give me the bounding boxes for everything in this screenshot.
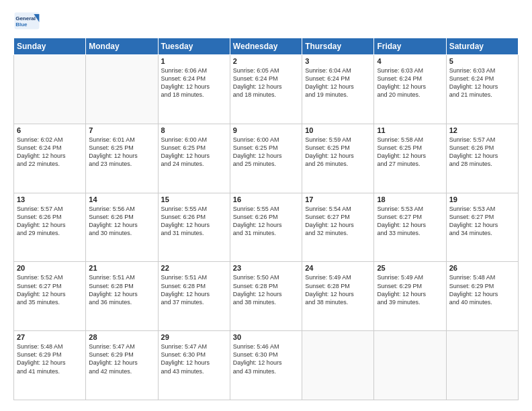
day-number: 25	[377, 264, 443, 272]
logo: General Blue	[13, 11, 42, 31]
day-number: 10	[305, 126, 371, 134]
calendar-cell: 30Sunrise: 5:46 AM Sunset: 6:30 PM Dayli…	[230, 331, 302, 400]
calendar-cell: 27Sunrise: 5:48 AM Sunset: 6:29 PM Dayli…	[14, 331, 86, 400]
calendar-cell: 6Sunrise: 6:02 AM Sunset: 6:24 PM Daylig…	[14, 124, 86, 193]
day-number: 17	[305, 195, 371, 203]
day-number: 2	[233, 57, 299, 65]
day-info: Sunrise: 6:00 AM Sunset: 6:25 PM Dayligh…	[233, 136, 299, 169]
calendar-day-header: Thursday	[302, 38, 374, 55]
day-info: Sunrise: 5:49 AM Sunset: 6:29 PM Dayligh…	[377, 273, 443, 306]
calendar-cell: 9Sunrise: 6:00 AM Sunset: 6:25 PM Daylig…	[230, 124, 302, 193]
day-number: 3	[305, 57, 371, 65]
calendar-cell: 8Sunrise: 6:00 AM Sunset: 6:25 PM Daylig…	[158, 124, 230, 193]
day-info: Sunrise: 6:03 AM Sunset: 6:24 PM Dayligh…	[377, 66, 443, 99]
day-number: 29	[161, 333, 227, 341]
calendar-day-header: Sunday	[14, 38, 86, 55]
calendar-cell: 16Sunrise: 5:55 AM Sunset: 6:26 PM Dayli…	[230, 193, 302, 262]
day-info: Sunrise: 5:59 AM Sunset: 6:25 PM Dayligh…	[305, 136, 371, 169]
day-number: 6	[17, 126, 83, 134]
calendar-day-header: Friday	[374, 38, 446, 55]
day-info: Sunrise: 6:01 AM Sunset: 6:25 PM Dayligh…	[89, 136, 154, 169]
calendar-cell: 11Sunrise: 5:58 AM Sunset: 6:25 PM Dayli…	[374, 124, 446, 193]
day-number: 20	[17, 264, 83, 272]
calendar-cell: 10Sunrise: 5:59 AM Sunset: 6:25 PM Dayli…	[302, 124, 374, 193]
day-info: Sunrise: 5:51 AM Sunset: 6:28 PM Dayligh…	[89, 273, 154, 306]
calendar-cell	[446, 331, 518, 400]
day-number: 30	[233, 333, 299, 341]
page: General Blue SundayMondayTuesdayWednesda…	[0, 0, 532, 411]
calendar-cell: 15Sunrise: 5:55 AM Sunset: 6:26 PM Dayli…	[158, 193, 230, 262]
day-number: 26	[449, 264, 515, 272]
calendar-day-header: Monday	[86, 38, 158, 55]
header: General Blue	[13, 11, 519, 31]
day-number: 11	[377, 126, 443, 134]
calendar-table: SundayMondayTuesdayWednesdayThursdayFrid…	[13, 38, 519, 400]
day-info: Sunrise: 5:58 AM Sunset: 6:25 PM Dayligh…	[377, 136, 443, 169]
calendar-cell: 23Sunrise: 5:50 AM Sunset: 6:28 PM Dayli…	[230, 262, 302, 331]
day-info: Sunrise: 5:50 AM Sunset: 6:28 PM Dayligh…	[233, 273, 299, 306]
day-info: Sunrise: 6:02 AM Sunset: 6:24 PM Dayligh…	[17, 136, 83, 169]
calendar-cell: 21Sunrise: 5:51 AM Sunset: 6:28 PM Dayli…	[86, 262, 158, 331]
calendar-week-row: 20Sunrise: 5:52 AM Sunset: 6:27 PM Dayli…	[14, 262, 519, 331]
day-number: 24	[305, 264, 371, 272]
day-number: 9	[233, 126, 299, 134]
day-info: Sunrise: 5:54 AM Sunset: 6:27 PM Dayligh…	[305, 205, 371, 238]
day-info: Sunrise: 5:46 AM Sunset: 6:30 PM Dayligh…	[233, 342, 299, 375]
day-number: 7	[89, 126, 154, 134]
day-info: Sunrise: 5:47 AM Sunset: 6:29 PM Dayligh…	[89, 342, 154, 375]
day-info: Sunrise: 6:06 AM Sunset: 6:24 PM Dayligh…	[161, 66, 227, 99]
day-info: Sunrise: 6:00 AM Sunset: 6:25 PM Dayligh…	[161, 136, 227, 169]
logo-icon: General Blue	[13, 11, 40, 31]
calendar-cell: 29Sunrise: 5:47 AM Sunset: 6:30 PM Dayli…	[158, 331, 230, 400]
day-info: Sunrise: 5:48 AM Sunset: 6:29 PM Dayligh…	[17, 342, 83, 375]
day-info: Sunrise: 5:56 AM Sunset: 6:26 PM Dayligh…	[89, 205, 154, 238]
calendar-cell	[374, 331, 446, 400]
svg-text:Blue: Blue	[15, 21, 28, 28]
day-number: 8	[161, 126, 227, 134]
day-info: Sunrise: 5:55 AM Sunset: 6:26 PM Dayligh…	[233, 205, 299, 238]
calendar-cell: 20Sunrise: 5:52 AM Sunset: 6:27 PM Dayli…	[14, 262, 86, 331]
day-number: 28	[89, 333, 154, 341]
calendar-cell	[86, 55, 158, 124]
calendar-week-row: 13Sunrise: 5:57 AM Sunset: 6:26 PM Dayli…	[14, 193, 519, 262]
calendar-cell: 18Sunrise: 5:53 AM Sunset: 6:27 PM Dayli…	[374, 193, 446, 262]
calendar-cell	[302, 331, 374, 400]
calendar-week-row: 6Sunrise: 6:02 AM Sunset: 6:24 PM Daylig…	[14, 124, 519, 193]
calendar-cell: 2Sunrise: 6:05 AM Sunset: 6:24 PM Daylig…	[230, 55, 302, 124]
day-info: Sunrise: 5:55 AM Sunset: 6:26 PM Dayligh…	[161, 205, 227, 238]
day-number: 1	[161, 57, 227, 65]
calendar-cell: 24Sunrise: 5:49 AM Sunset: 6:28 PM Dayli…	[302, 262, 374, 331]
calendar-cell	[14, 55, 86, 124]
svg-text:General: General	[15, 15, 36, 21]
calendar-cell: 14Sunrise: 5:56 AM Sunset: 6:26 PM Dayli…	[86, 193, 158, 262]
day-info: Sunrise: 5:47 AM Sunset: 6:30 PM Dayligh…	[161, 342, 227, 375]
day-info: Sunrise: 5:53 AM Sunset: 6:27 PM Dayligh…	[377, 205, 443, 238]
calendar-cell: 4Sunrise: 6:03 AM Sunset: 6:24 PM Daylig…	[374, 55, 446, 124]
calendar-day-header: Saturday	[446, 38, 518, 55]
calendar-cell: 17Sunrise: 5:54 AM Sunset: 6:27 PM Dayli…	[302, 193, 374, 262]
calendar-header-row: SundayMondayTuesdayWednesdayThursdayFrid…	[14, 38, 519, 55]
day-number: 16	[233, 195, 299, 203]
day-number: 13	[17, 195, 83, 203]
day-number: 21	[89, 264, 154, 272]
day-info: Sunrise: 5:51 AM Sunset: 6:28 PM Dayligh…	[161, 273, 227, 306]
calendar-cell: 22Sunrise: 5:51 AM Sunset: 6:28 PM Dayli…	[158, 262, 230, 331]
day-info: Sunrise: 5:57 AM Sunset: 6:26 PM Dayligh…	[449, 136, 515, 169]
day-number: 22	[161, 264, 227, 272]
calendar-cell: 7Sunrise: 6:01 AM Sunset: 6:25 PM Daylig…	[86, 124, 158, 193]
day-number: 18	[377, 195, 443, 203]
day-info: Sunrise: 5:48 AM Sunset: 6:29 PM Dayligh…	[449, 273, 515, 306]
day-number: 23	[233, 264, 299, 272]
calendar-cell: 19Sunrise: 5:53 AM Sunset: 6:27 PM Dayli…	[446, 193, 518, 262]
day-number: 14	[89, 195, 154, 203]
day-info: Sunrise: 6:05 AM Sunset: 6:24 PM Dayligh…	[233, 66, 299, 99]
calendar-cell: 28Sunrise: 5:47 AM Sunset: 6:29 PM Dayli…	[86, 331, 158, 400]
day-number: 12	[449, 126, 515, 134]
day-info: Sunrise: 6:04 AM Sunset: 6:24 PM Dayligh…	[305, 66, 371, 99]
day-number: 5	[449, 57, 515, 65]
calendar-week-row: 27Sunrise: 5:48 AM Sunset: 6:29 PM Dayli…	[14, 331, 519, 400]
calendar-week-row: 1Sunrise: 6:06 AM Sunset: 6:24 PM Daylig…	[14, 55, 519, 124]
day-number: 19	[449, 195, 515, 203]
calendar-day-header: Tuesday	[158, 38, 230, 55]
calendar-cell: 26Sunrise: 5:48 AM Sunset: 6:29 PM Dayli…	[446, 262, 518, 331]
